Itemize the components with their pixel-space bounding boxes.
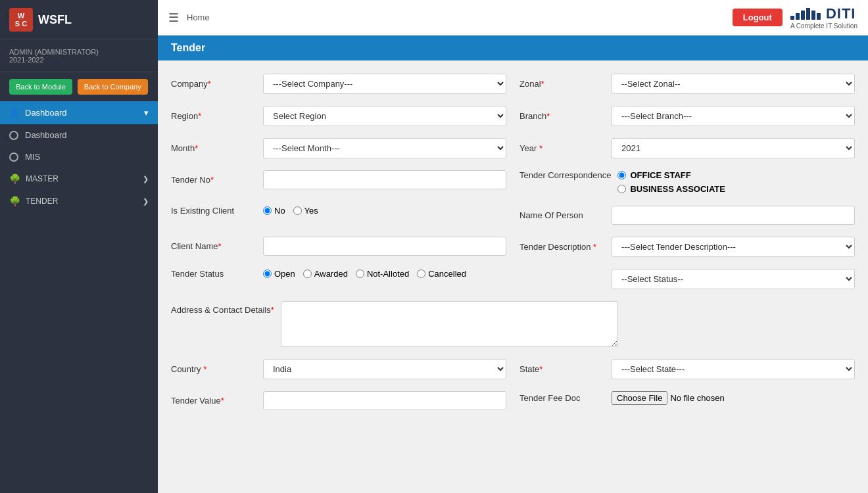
month-label: Month*: [171, 143, 256, 153]
tender-no-input[interactable]: [263, 170, 506, 189]
client-name-input[interactable]: [263, 237, 506, 256]
year-select[interactable]: 2021 2022 2023: [612, 138, 855, 158]
month-select[interactable]: ---Select Month---: [263, 138, 506, 158]
status-not-alloted-radio[interactable]: [356, 270, 364, 278]
radio-circle-icon: [9, 131, 18, 140]
topbar-right: Logout DITI A Complete IT Solution: [733, 5, 857, 30]
form-group-zonal: Zonal* --Select Zonal--: [519, 74, 855, 94]
form-group-branch: Branch* ---Select Branch---: [519, 106, 855, 126]
tender-value-input[interactable]: [263, 391, 506, 410]
chevron-down-icon: ▾: [144, 108, 149, 118]
form-row-address: Address & Contact Details*: [171, 301, 855, 347]
back-to-module-button[interactable]: Back to Module: [9, 79, 72, 95]
tender-fee-doc-input[interactable]: [612, 391, 773, 405]
existing-no-option[interactable]: No: [263, 206, 285, 216]
correspondence-radio-group: OFFICE STAFF BUSINESS ASSOCIATE: [617, 170, 855, 194]
client-name-label: Client Name*: [171, 241, 256, 251]
app-logo-text: WSFL: [38, 13, 72, 27]
form-group-month: Month* ---Select Month---: [171, 138, 506, 158]
status-awarded-radio[interactable]: [303, 270, 312, 278]
logout-button[interactable]: Logout: [733, 9, 783, 26]
status-not-alloted-option[interactable]: Not-Alloted: [356, 269, 409, 279]
status-cancelled-option[interactable]: Cancelled: [417, 269, 466, 279]
status-open-option[interactable]: Open: [263, 269, 295, 279]
back-to-company-button[interactable]: Back to Company: [78, 79, 148, 95]
tender-fee-doc-label: Tender Fee Doc: [519, 393, 605, 403]
diti-title-text: DITI: [826, 5, 856, 22]
zonal-label: Zonal*: [519, 79, 605, 89]
master-tree-icon: 🌳: [9, 174, 20, 184]
tender-description-select[interactable]: ---Select Tender Description---: [612, 237, 855, 257]
app-logo-icon: WS C: [9, 8, 33, 32]
file-input-wrapper: [612, 391, 855, 405]
form-group-tender-fee-doc: Tender Fee Doc: [519, 391, 855, 405]
form-group-client-name: Client Name*: [171, 237, 506, 256]
form-group-country: Country * India: [171, 359, 506, 379]
status-awarded-option[interactable]: Awarded: [303, 269, 348, 279]
content-area: Tender Company* ---Select Company--- Zon…: [158, 35, 868, 493]
business-associate-radio[interactable]: [617, 185, 626, 193]
form-row-tender-no-correspondence: Tender No* Tender Correspondence OFFICE …: [171, 170, 855, 194]
form-group-select-status: --Select Status--: [519, 269, 855, 289]
zonal-select[interactable]: --Select Zonal--: [612, 74, 855, 94]
tender-chevron-icon: ❯: [143, 197, 149, 206]
region-label: Region*: [171, 111, 256, 121]
address-textarea[interactable]: [281, 301, 618, 347]
topbar: ☰ Home Logout DITI A Complete IT So: [158, 0, 868, 35]
form-group-address: Address & Contact Details*: [171, 301, 618, 347]
branch-select[interactable]: ---Select Branch---: [612, 106, 855, 126]
existing-yes-radio[interactable]: [293, 206, 302, 215]
office-staff-option[interactable]: OFFICE STAFF: [617, 170, 855, 180]
state-label: State*: [519, 364, 605, 374]
form-row-tender-status: Tender Status Open Awarded: [171, 269, 855, 289]
sidebar-admin-info: ADMIN (ADMINISTRATOR) 2021-2022: [0, 40, 158, 72]
sidebar-item-master[interactable]: 🌳 MASTER ❯: [0, 168, 158, 190]
tender-status-label: Tender Status: [171, 269, 256, 279]
existing-yes-option[interactable]: Yes: [293, 206, 318, 216]
topbar-left: ☰ Home: [168, 11, 210, 25]
form-group-state: State* ---Select State---: [519, 359, 855, 379]
existing-client-label: Is Existing Client: [171, 206, 256, 216]
main-content: ☰ Home Logout DITI A Complete IT So: [158, 0, 868, 493]
region-select[interactable]: Select Region: [263, 106, 506, 126]
name-of-person-label: Name Of Person: [519, 210, 605, 220]
form-row-company-zonal: Company* ---Select Company--- Zonal* --S…: [171, 74, 855, 94]
country-select[interactable]: India: [263, 359, 506, 379]
company-select[interactable]: ---Select Company---: [263, 74, 506, 94]
master-chevron-icon: ❯: [143, 175, 149, 183]
address-label: Address & Contact Details*: [171, 301, 274, 315]
office-staff-radio[interactable]: [617, 171, 626, 179]
sidebar-item-tender[interactable]: 🌳 TENDER ❯: [0, 190, 158, 212]
sidebar-item-mis[interactable]: MIS: [0, 146, 158, 168]
form-group-company: Company* ---Select Company---: [171, 74, 506, 94]
name-of-person-input[interactable]: [612, 206, 855, 225]
tender-description-label: Tender Description *: [519, 242, 605, 252]
form-container: Company* ---Select Company--- Zonal* --S…: [158, 60, 868, 435]
form-group-tender-status: Tender Status Open Awarded: [171, 269, 506, 279]
sidebar-item-dashboard[interactable]: 👤 Dashboard ▾: [0, 101, 158, 124]
tender-tree-icon: 🌳: [9, 196, 20, 206]
form-row-region-branch: Region* Select Region Branch* ---Select …: [171, 106, 855, 126]
tender-no-label: Tender No*: [171, 175, 256, 185]
business-associate-option[interactable]: BUSINESS ASSOCIATE: [617, 184, 855, 194]
sidebar-buttons: Back to Module Back to Company: [0, 72, 158, 101]
form-group-existing-client: Is Existing Client No Yes: [171, 206, 506, 216]
sidebar-sub-label-mis: MIS: [25, 152, 40, 162]
branch-label: Branch*: [519, 111, 605, 121]
form-row-existing-client: Is Existing Client No Yes: [171, 206, 855, 225]
existing-client-radio-group: No Yes: [263, 206, 506, 216]
form-group-year: Year * 2021 2022 2023: [519, 138, 855, 158]
select-status-select[interactable]: --Select Status--: [612, 269, 855, 289]
hamburger-icon[interactable]: ☰: [168, 11, 179, 25]
status-open-radio[interactable]: [263, 270, 272, 278]
status-cancelled-radio[interactable]: [417, 270, 425, 278]
form-row-client-description: Client Name* Tender Description * ---Sel…: [171, 237, 855, 257]
form-row-country-state: Country * India State* ---Select State--…: [171, 359, 855, 379]
sidebar-logo: WS C WSFL: [0, 0, 158, 40]
sidebar: WS C WSFL ADMIN (ADMINISTRATOR) 2021-202…: [0, 0, 158, 493]
existing-no-radio[interactable]: [263, 206, 272, 215]
sidebar-nav-label: Dashboard: [25, 108, 67, 118]
sidebar-sub-label-dashboard: Dashboard: [25, 130, 67, 140]
sidebar-item-dashboard-sub[interactable]: Dashboard: [0, 124, 158, 146]
state-select[interactable]: ---Select State---: [612, 359, 855, 379]
